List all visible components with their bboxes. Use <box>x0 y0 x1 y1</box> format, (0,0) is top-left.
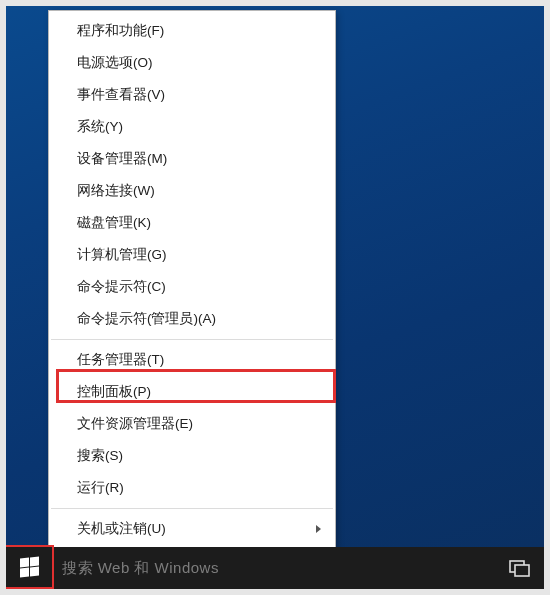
taskbar: 搜索 Web 和 Windows <box>6 547 544 589</box>
menu-item-search[interactable]: 搜索(S) <box>49 440 335 472</box>
svg-rect-1 <box>515 565 529 576</box>
menu-item-power-options[interactable]: 电源选项(O) <box>49 47 335 79</box>
menu-item-task-manager[interactable]: 任务管理器(T) <box>49 344 335 376</box>
menu-item-programs-features[interactable]: 程序和功能(F) <box>49 15 335 47</box>
menu-separator <box>51 339 333 340</box>
menu-item-network-connections[interactable]: 网络连接(W) <box>49 175 335 207</box>
taskbar-search-input[interactable]: 搜索 Web 和 Windows <box>54 547 496 589</box>
menu-item-device-manager[interactable]: 设备管理器(M) <box>49 143 335 175</box>
menu-item-run[interactable]: 运行(R) <box>49 472 335 504</box>
menu-item-disk-management[interactable]: 磁盘管理(K) <box>49 207 335 239</box>
menu-separator <box>51 508 333 509</box>
menu-item-event-viewer[interactable]: 事件查看器(V) <box>49 79 335 111</box>
menu-item-control-panel[interactable]: 控制面板(P) <box>49 376 335 408</box>
start-button[interactable] <box>6 547 54 589</box>
winx-context-menu: 程序和功能(F) 电源选项(O) 事件查看器(V) 系统(Y) 设备管理器(M)… <box>48 10 336 582</box>
desktop: 程序和功能(F) 电源选项(O) 事件查看器(V) 系统(Y) 设备管理器(M)… <box>0 0 550 595</box>
menu-item-system[interactable]: 系统(Y) <box>49 111 335 143</box>
windows-logo-icon <box>20 558 40 578</box>
menu-item-shutdown-signout[interactable]: 关机或注销(U) <box>49 513 335 545</box>
menu-item-file-explorer[interactable]: 文件资源管理器(E) <box>49 408 335 440</box>
task-view-icon <box>509 559 531 577</box>
task-view-button[interactable] <box>496 547 544 589</box>
menu-item-computer-management[interactable]: 计算机管理(G) <box>49 239 335 271</box>
menu-item-command-prompt-admin[interactable]: 命令提示符(管理员)(A) <box>49 303 335 335</box>
menu-item-command-prompt[interactable]: 命令提示符(C) <box>49 271 335 303</box>
